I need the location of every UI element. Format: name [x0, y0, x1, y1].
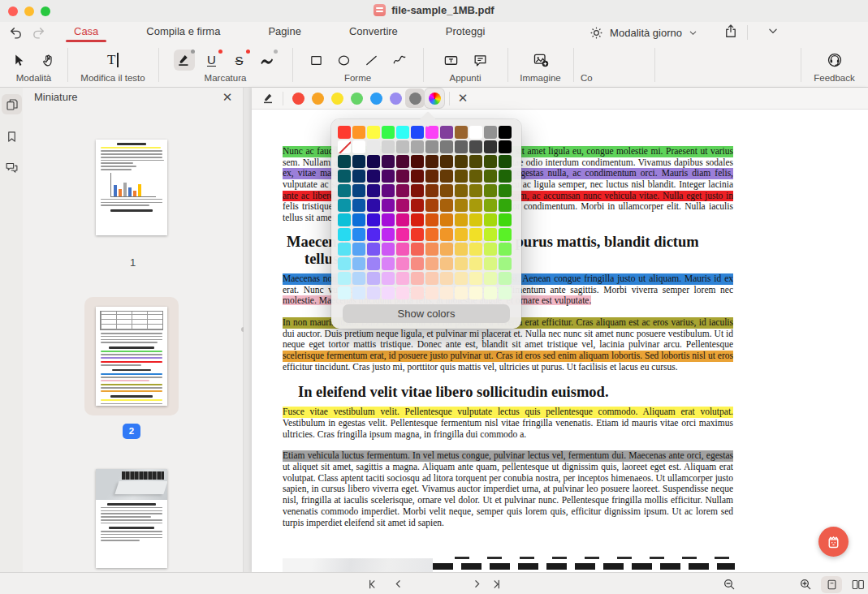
edit-text-button[interactable]: T [102, 50, 123, 71]
color-swatch[interactable] [396, 126, 409, 139]
color-swatch[interactable] [396, 286, 409, 299]
sidebar-tab-bookmarks[interactable] [2, 127, 22, 147]
color-swatch[interactable] [367, 257, 380, 270]
color-swatch[interactable] [396, 257, 409, 270]
color-swatch[interactable] [411, 213, 424, 226]
color-swatch[interactable] [425, 126, 438, 139]
color-swatch[interactable] [469, 286, 482, 299]
color-swatch[interactable] [425, 228, 438, 241]
color-swatch[interactable] [455, 199, 468, 212]
text-box-button[interactable] [440, 50, 461, 71]
tab-pagine[interactable]: Pagine [263, 22, 305, 43]
color-swatch[interactable] [396, 213, 409, 226]
color-swatch[interactable] [469, 228, 482, 241]
color-swatch[interactable] [440, 199, 453, 212]
color-swatch[interactable] [338, 257, 351, 270]
active-highlighter-tool[interactable] [260, 89, 278, 107]
first-page-button[interactable] [364, 575, 380, 592]
tab-convertire[interactable]: Convertire [344, 22, 403, 43]
highlighter-tool-button[interactable] [174, 50, 195, 71]
highlight-color-gray[interactable] [405, 88, 425, 108]
color-swatch[interactable] [499, 228, 512, 241]
color-swatch[interactable] [352, 199, 365, 212]
color-swatch[interactable] [396, 184, 409, 197]
ellipse-shape-button[interactable] [334, 50, 355, 71]
color-swatch[interactable] [382, 170, 395, 183]
color-swatch[interactable] [484, 199, 497, 212]
color-swatch[interactable] [411, 170, 424, 183]
color-swatch[interactable] [484, 170, 497, 183]
color-swatch[interactable] [411, 140, 424, 153]
no-color-swatch[interactable] [338, 140, 351, 153]
color-swatch[interactable] [338, 228, 351, 241]
color-swatch[interactable] [499, 272, 512, 285]
color-swatch[interactable] [455, 170, 468, 183]
color-swatch[interactable] [499, 257, 512, 270]
tab-compila-e-firma[interactable]: Compila e firma [141, 22, 225, 43]
color-swatch[interactable] [396, 199, 409, 212]
previous-page-button[interactable] [390, 575, 406, 592]
page-thumbnail-3[interactable] [96, 469, 167, 568]
color-swatch[interactable] [469, 257, 482, 270]
color-swatch[interactable] [425, 199, 438, 212]
color-swatch[interactable] [338, 272, 351, 285]
color-swatch[interactable] [469, 199, 482, 212]
feedback-button[interactable] [824, 50, 845, 71]
zoom-in-button[interactable] [797, 575, 814, 592]
show-colors-button[interactable]: Show colors [343, 304, 510, 323]
color-swatch[interactable] [440, 140, 453, 153]
page-thumbnail-1[interactable] [96, 140, 167, 235]
color-swatch[interactable] [382, 257, 395, 270]
color-swatch[interactable] [455, 228, 468, 241]
color-swatch[interactable] [411, 228, 424, 241]
highlight-color-red[interactable] [288, 88, 308, 108]
rectangle-shape-button[interactable] [306, 50, 327, 71]
color-swatch[interactable] [484, 286, 497, 299]
color-swatch[interactable] [484, 272, 497, 285]
color-swatch[interactable] [499, 243, 512, 256]
color-swatch[interactable] [352, 213, 365, 226]
color-swatch[interactable] [425, 257, 438, 270]
freehand-shape-button[interactable] [389, 50, 410, 71]
color-swatch[interactable] [411, 286, 424, 299]
page-thumbnail-2[interactable] [96, 307, 167, 406]
color-swatch[interactable] [484, 140, 497, 153]
color-swatch[interactable] [411, 155, 424, 168]
color-swatch[interactable] [499, 184, 512, 197]
sidebar-tab-comments[interactable] [2, 157, 22, 178]
sidebar-tab-thumbnails[interactable] [2, 94, 22, 114]
collapse-toolbar-button[interactable] [767, 25, 779, 37]
highlight-color-blue[interactable] [366, 88, 386, 108]
undo-button[interactable] [6, 24, 24, 41]
color-swatch[interactable] [352, 228, 365, 241]
color-swatch[interactable] [367, 243, 380, 256]
color-swatch[interactable] [382, 184, 395, 197]
color-swatch[interactable] [367, 286, 380, 299]
tab-proteggi[interactable]: Proteggi [441, 22, 490, 43]
color-swatch[interactable] [352, 184, 365, 197]
line-shape-button[interactable] [361, 50, 382, 71]
color-swatch[interactable] [440, 155, 453, 168]
redo-button[interactable] [29, 24, 47, 41]
color-swatch[interactable] [367, 199, 380, 212]
highlight-color-green[interactable] [347, 88, 366, 108]
color-swatch[interactable] [425, 286, 438, 299]
color-swatch[interactable] [338, 199, 351, 212]
color-swatch[interactable] [367, 272, 380, 285]
two-page-view-button[interactable] [847, 576, 868, 593]
color-swatch[interactable] [367, 213, 380, 226]
color-swatch[interactable] [440, 272, 453, 285]
tab-casa[interactable]: Casa [69, 22, 103, 43]
color-swatch[interactable] [411, 257, 424, 270]
color-swatch[interactable] [367, 184, 380, 197]
color-swatch[interactable] [367, 170, 380, 183]
next-page-button[interactable] [469, 575, 485, 592]
color-swatch[interactable] [411, 199, 424, 212]
color-swatch[interactable] [396, 243, 409, 256]
color-swatch[interactable] [425, 213, 438, 226]
color-swatch[interactable] [411, 243, 424, 256]
color-swatch[interactable] [382, 199, 395, 212]
color-swatch[interactable] [382, 126, 395, 139]
color-swatch[interactable] [367, 155, 380, 168]
color-swatch[interactable] [469, 155, 482, 168]
